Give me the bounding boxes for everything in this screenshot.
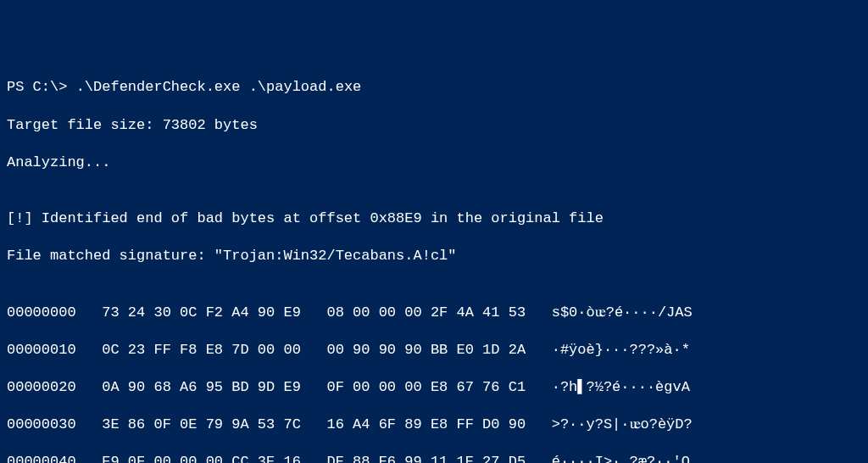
- alert-line: [!] Identified end of bad bytes at offse…: [7, 209, 861, 228]
- hexdump-row: 00000010 0C 23 FF F8 E8 7D 00 00 00 90 9…: [7, 341, 861, 360]
- hexdump-row: 00000000 73 24 30 0C F2 A4 90 E9 08 00 0…: [7, 304, 861, 322]
- command-text: .\DefenderCheck.exe .\payload.exe: [76, 79, 362, 95]
- prompt: PS C:\>: [7, 79, 76, 95]
- hexdump-row: 00000020 0A 90 68 A6 95 BD 9D E9 0F 00 0…: [7, 378, 861, 397]
- alert-line: File matched signature: "Trojan:Win32/Te…: [7, 247, 861, 265]
- hexdump-row: 00000030 3E 86 0F 0E 79 9A 53 7C 16 A4 6…: [7, 416, 861, 434]
- command-line: PS C:\> .\DefenderCheck.exe .\payload.ex…: [7, 78, 861, 97]
- output-line: Target file size: 73802 bytes: [7, 116, 861, 135]
- output-line: Analyzing...: [7, 153, 861, 172]
- hexdump-row: 00000040 E9 0F 00 00 00 CC 3E 16 DE 88 E…: [7, 453, 861, 463]
